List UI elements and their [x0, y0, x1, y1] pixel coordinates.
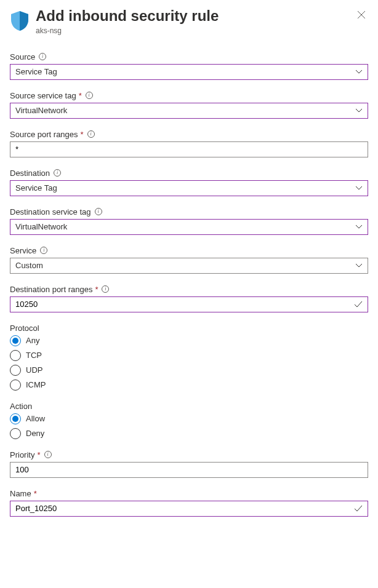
destination-service-tag-field-group: Destination service tag i VirtualNetwork [10, 207, 368, 235]
destination-port-ranges-label: Destination port ranges * i [10, 285, 368, 294]
panel-header: Add inbound security rule aks-nsg [10, 7, 368, 35]
destination-service-tag-select[interactable]: VirtualNetwork [10, 219, 368, 235]
required-indicator: * [34, 489, 37, 498]
chevron-down-icon [355, 262, 363, 269]
source-select[interactable]: Service Tag [10, 64, 368, 80]
protocol-radio-any[interactable]: Any [10, 335, 368, 346]
action-label: Action [10, 402, 368, 411]
chevron-down-icon [355, 68, 363, 76]
info-icon[interactable]: i [102, 285, 109, 293]
info-icon[interactable]: i [87, 130, 95, 138]
header-text: Add inbound security rule aks-nsg [36, 7, 355, 35]
source-service-tag-select[interactable]: VirtualNetwork [10, 103, 368, 119]
radio-icon [10, 365, 21, 376]
checkmark-icon [354, 504, 363, 513]
service-label: Service i [10, 246, 368, 255]
action-radio-deny[interactable]: Deny [10, 428, 368, 439]
source-label: Source i [10, 52, 368, 62]
required-indicator: * [79, 91, 82, 100]
radio-icon [10, 428, 21, 439]
priority-input[interactable] [10, 462, 368, 478]
destination-port-ranges-input[interactable] [10, 296, 368, 312]
protocol-radio-icmp[interactable]: ICMP [10, 379, 368, 391]
action-radio-group: Allow Deny [10, 413, 368, 439]
destination-label: Destination i [10, 169, 368, 178]
protocol-radio-tcp[interactable]: TCP [10, 350, 368, 361]
radio-icon [10, 413, 21, 424]
required-indicator: * [81, 130, 84, 139]
source-port-ranges-label: Source port ranges * i [10, 130, 368, 139]
close-icon [357, 9, 366, 22]
page-title: Add inbound security rule [36, 7, 355, 25]
destination-select[interactable]: Service Tag [10, 180, 368, 196]
shield-icon [10, 10, 30, 32]
info-icon[interactable]: i [86, 92, 93, 99]
protocol-radio-udp[interactable]: UDP [10, 365, 368, 376]
radio-icon [10, 379, 21, 391]
chevron-down-icon [355, 223, 363, 231]
protocol-label: Protocol [10, 324, 368, 333]
action-field-group: Action Allow Deny [10, 402, 368, 439]
info-icon[interactable]: i [95, 208, 102, 215]
radio-icon [10, 335, 21, 346]
chevron-down-icon [355, 185, 363, 192]
service-select[interactable]: Custom [10, 258, 368, 274]
name-input[interactable] [10, 501, 368, 517]
destination-port-ranges-field-group: Destination port ranges * i [10, 285, 368, 312]
destination-service-tag-label: Destination service tag i [10, 207, 368, 217]
name-field-group: Name * [10, 489, 368, 517]
source-field-group: Source i Service Tag [10, 52, 368, 80]
name-label: Name * [10, 489, 368, 498]
close-button[interactable] [355, 7, 368, 23]
source-port-ranges-field-group: Source port ranges * i [10, 130, 368, 157]
radio-icon [10, 350, 21, 361]
info-icon[interactable]: i [39, 53, 46, 60]
source-service-tag-field-group: Source service tag * i VirtualNetwork [10, 91, 368, 119]
info-icon[interactable]: i [40, 247, 47, 254]
service-field-group: Service i Custom [10, 246, 368, 274]
info-icon[interactable]: i [44, 451, 52, 458]
protocol-field-group: Protocol Any TCP UDP ICMP [10, 324, 368, 391]
source-port-ranges-input[interactable] [10, 141, 368, 157]
protocol-radio-group: Any TCP UDP ICMP [10, 335, 368, 391]
info-icon[interactable]: i [54, 169, 61, 177]
source-service-tag-label: Source service tag * i [10, 91, 368, 100]
destination-field-group: Destination i Service Tag [10, 169, 368, 196]
page-subtitle: aks-nsg [36, 26, 355, 35]
priority-field-group: Priority * i [10, 450, 368, 478]
chevron-down-icon [355, 107, 363, 114]
action-radio-allow[interactable]: Allow [10, 413, 368, 424]
required-indicator: * [95, 285, 98, 294]
required-indicator: * [37, 450, 40, 459]
priority-label: Priority * i [10, 450, 368, 459]
checkmark-icon [354, 300, 363, 309]
